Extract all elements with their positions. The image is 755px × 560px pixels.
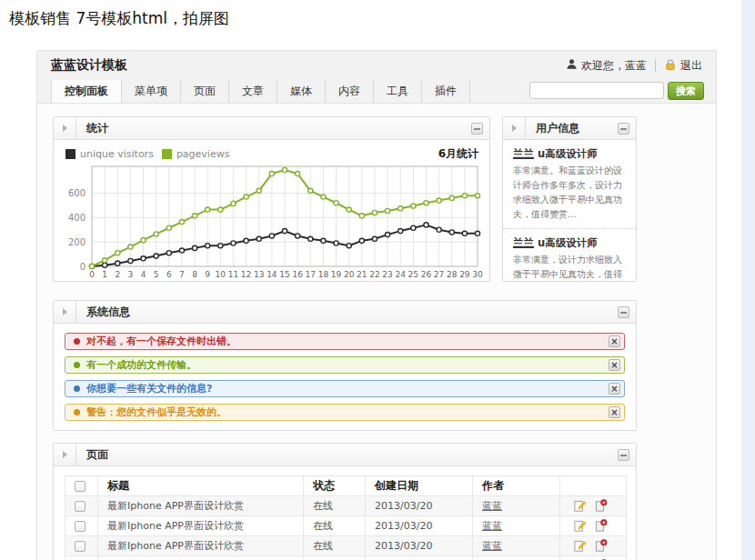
alert-warning: 警告：您的文件似乎是无效的。 ×	[65, 404, 625, 421]
page-title-cell: 最新Iphone APP界面设计欣赏	[98, 496, 304, 516]
alert-text: 对不起，有一个保存文件时出错。	[86, 335, 237, 348]
alert-text: 警告：您的文件似乎是无效的。	[86, 405, 226, 419]
header-divider	[655, 59, 656, 72]
search-input[interactable]	[529, 82, 664, 99]
row-checkbox[interactable]	[75, 501, 86, 512]
pages-table: 标题 状态 创建日期 作者 最新Iphone APP界面设计欣赏 在线 20	[65, 475, 627, 560]
delete-icon[interactable]	[594, 499, 608, 513]
col-header-created: 创建日期	[366, 476, 473, 496]
user-review-item: 兰兰 u高级设计师 非常满意，设计力求细致入微于平易中见真功夫，值得赞赏…	[503, 229, 636, 282]
minimize-button[interactable]	[471, 123, 483, 135]
svg-text:25: 25	[408, 270, 418, 279]
created-cell: 2013/03/20	[366, 496, 473, 516]
tab-menu-items[interactable]: 菜单项	[122, 80, 181, 103]
alert-dot-icon	[74, 385, 80, 392]
logout-link[interactable]: 退出	[680, 58, 702, 74]
minimize-button[interactable]	[618, 449, 629, 461]
status-cell: 在线	[304, 536, 366, 556]
brand-title: 蓝蓝设计模板	[51, 57, 127, 74]
svg-text:12: 12	[241, 270, 251, 279]
svg-text:0: 0	[80, 262, 86, 272]
svg-text:18: 18	[318, 270, 329, 279]
delete-icon[interactable]	[594, 539, 608, 553]
tab-articles[interactable]: 文章	[229, 80, 277, 103]
pages-panel-title: 页面	[86, 447, 108, 463]
search-button[interactable]: 搜索	[668, 82, 704, 100]
stats-panel: 统计 unique visitors pageviews 6月统计 020040…	[53, 116, 490, 282]
tab-plugins[interactable]: 插件	[422, 80, 470, 103]
user-info-panel: 用户信息 兰兰 u高级设计师 非常满意。和蓝蓝设计的设计师合作多年多次，设计力求…	[502, 116, 637, 282]
select-all-checkbox[interactable]	[75, 481, 86, 492]
close-icon[interactable]: ×	[609, 359, 620, 371]
svg-text:19: 19	[331, 270, 342, 279]
tab-content[interactable]: 内容	[326, 80, 374, 103]
table-row: 最新Iphone APP界面设计欣赏 在线 2013/03/20 蓝蓝	[65, 536, 627, 556]
svg-text:0: 0	[89, 270, 95, 279]
collapse-toggle[interactable]	[54, 117, 76, 139]
edit-icon[interactable]	[573, 519, 587, 533]
page-right-margin-strip	[741, 0, 755, 560]
delete-icon[interactable]	[594, 519, 608, 533]
edit-icon[interactable]	[573, 499, 587, 513]
collapse-toggle[interactable]	[54, 444, 76, 465]
svg-text:1: 1	[102, 270, 107, 279]
tab-media[interactable]: 媒体	[277, 80, 326, 103]
collapse-arrow-icon	[63, 451, 67, 458]
created-cell: 2013/03/20	[366, 556, 473, 560]
reviewer-name-link[interactable]: 兰兰	[513, 147, 534, 160]
welcome-user-link[interactable]: 欢迎您，蓝蓝	[581, 58, 647, 74]
svg-text:28: 28	[447, 270, 458, 279]
collapse-toggle[interactable]	[503, 117, 526, 139]
row-checkbox[interactable]	[75, 521, 86, 532]
close-icon[interactable]: ×	[609, 383, 620, 395]
author-link[interactable]: 蓝蓝	[482, 520, 502, 532]
svg-text:600: 600	[68, 188, 86, 198]
lock-icon	[664, 58, 677, 74]
close-icon[interactable]: ×	[609, 335, 620, 347]
author-link[interactable]: 蓝蓝	[482, 540, 502, 552]
svg-text:7: 7	[179, 270, 185, 279]
edit-icon[interactable]	[573, 539, 587, 553]
svg-text:26: 26	[421, 270, 432, 279]
user-info-panel-header: 用户信息	[503, 117, 636, 140]
app-header: 蓝蓝设计模板 欢迎您，蓝蓝 退出	[37, 51, 716, 80]
tab-dashboard[interactable]: 控制面板	[51, 80, 122, 103]
author-link[interactable]: 蓝蓝	[482, 500, 502, 512]
admin-dashboard: 蓝蓝设计模板 欢迎您，蓝蓝 退出 控制面板 菜单项 页面 文章 媒体 内容 工具…	[36, 50, 717, 560]
col-header-status: 状态	[304, 476, 366, 496]
user-review-item: 兰兰 u高级设计师 非常满意。和蓝蓝设计的设计师合作多年多次，设计力求细致入微于…	[503, 140, 636, 229]
close-icon[interactable]: ×	[609, 406, 620, 418]
svg-text:22: 22	[369, 270, 379, 279]
pages-panel-header: 页面	[54, 444, 636, 466]
svg-text:16: 16	[292, 270, 303, 279]
created-cell: 2013/03/20	[366, 516, 473, 536]
tab-pages[interactable]: 页面	[181, 80, 229, 103]
pages-panel: 页面 标题 状态 创建日期 作者	[53, 443, 637, 560]
svg-text:2: 2	[115, 270, 120, 279]
stats-panel-title: 统计	[86, 121, 108, 136]
svg-text:6: 6	[166, 270, 172, 279]
tab-tools[interactable]: 工具	[374, 80, 422, 103]
svg-text:5: 5	[154, 270, 159, 279]
page-title: 模板销售 7号模板html，拍屏图	[9, 8, 229, 29]
alert-dot-icon	[74, 338, 80, 345]
svg-text:21: 21	[357, 270, 367, 279]
svg-text:24: 24	[395, 270, 406, 279]
table-row: 最新Iphone APP界面设计欣赏 在线 2013/03/20 蓝蓝	[65, 516, 627, 536]
row-checkbox[interactable]	[75, 541, 86, 552]
table-header-row: 标题 状态 创建日期 作者	[65, 476, 627, 496]
minimize-button[interactable]	[618, 123, 629, 135]
legend-swatch-unique-visitors	[65, 149, 76, 159]
alert-text: 你想要一些有关文件的信息?	[86, 382, 212, 395]
review-text: 非常满意。和蓝蓝设计的设计师合作多年多次，设计力求细致入微于平易中见真功夫，值得…	[513, 164, 626, 222]
collapse-toggle[interactable]	[54, 301, 76, 323]
reviewer-name-link[interactable]: 兰兰	[513, 236, 534, 249]
alerts-list: 对不起，有一个保存文件时出错。 × 有一个成功的文件传输。 × 你想要一些有关文…	[54, 324, 636, 430]
system-info-panel: 系统信息 对不起，有一个保存文件时出错。 × 有一个成功的文件传输。 × 你想要…	[53, 300, 637, 431]
page-title-cell: 最新Iphone APP界面设计欣赏	[98, 516, 304, 536]
status-cell: 在线	[304, 556, 366, 560]
svg-text:23: 23	[382, 270, 392, 279]
stats-panel-header: 统计	[54, 117, 489, 140]
status-cell: 在线	[304, 496, 366, 516]
minimize-button[interactable]	[618, 306, 629, 318]
